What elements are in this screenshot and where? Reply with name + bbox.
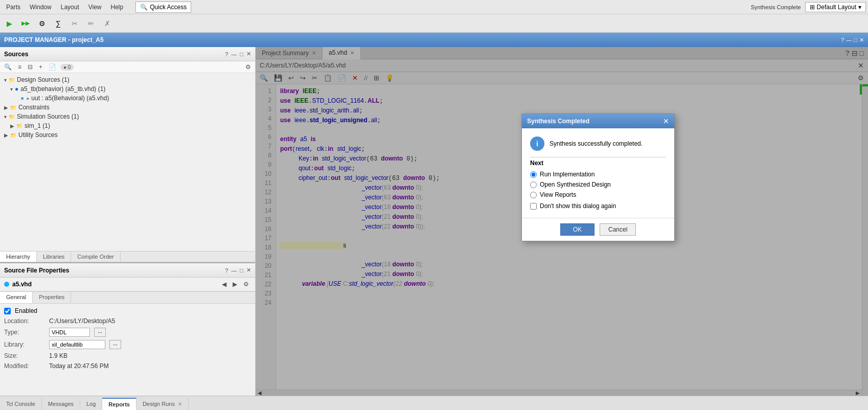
tcl-console-tab[interactable]: Tcl Console bbox=[0, 398, 42, 410]
dont-show-option[interactable]: Don't show this dialog again bbox=[530, 202, 666, 210]
menu-help[interactable]: Help bbox=[107, 3, 128, 12]
run-implementation-option[interactable]: Run Implementation bbox=[530, 171, 666, 178]
sim-sources-label: Simulation Sources (1) bbox=[17, 113, 79, 120]
sources-collapse-btn[interactable]: ⊟ bbox=[26, 62, 35, 72]
cut-button[interactable]: ✂ bbox=[67, 16, 82, 31]
simulation-sources-item[interactable]: ▾ 📁 Simulation Sources (1) bbox=[2, 112, 253, 121]
design-sources-folder-icon: 📁 bbox=[9, 77, 15, 83]
menu-parts[interactable]: Parts bbox=[2, 3, 25, 12]
sfp-library-input[interactable] bbox=[49, 340, 105, 349]
constraints-item[interactable]: ▶ 📁 Constraints bbox=[2, 103, 253, 112]
sources-file-btn[interactable]: 📄 bbox=[47, 62, 58, 72]
top-menu-bar: Parts Window Layout View Help 🔍 Quick Ac… bbox=[0, 0, 868, 14]
design-sources-item[interactable]: ▾ 📁 Design Sources (1) bbox=[2, 75, 253, 84]
compile-order-tab[interactable]: Compile Order bbox=[71, 252, 121, 262]
sfp-type-input[interactable] bbox=[49, 328, 90, 337]
a5tb-toggle[interactable]: ▾ bbox=[10, 86, 13, 92]
sources-title: Sources bbox=[4, 51, 28, 58]
a5tb-label: a5_tb(behavior) (a5_tb.vhd) (1) bbox=[20, 85, 105, 93]
dialog-cancel-button[interactable]: Cancel bbox=[600, 223, 636, 236]
menu-items: Parts Window Layout View Help bbox=[2, 3, 127, 12]
a5tb-icon: ● bbox=[15, 85, 18, 93]
dialog-footer: OK Cancel bbox=[522, 218, 674, 241]
run-all-button[interactable]: ▶▶ bbox=[18, 16, 33, 31]
a5tb-item[interactable]: ▾ ● a5_tb(behavior) (a5_tb.vhd) (1) bbox=[2, 84, 253, 94]
log-tab[interactable]: Log bbox=[80, 398, 102, 410]
open-synthesized-option[interactable]: Open Synthesized Design bbox=[530, 181, 666, 188]
sfp-help-btn[interactable]: ? bbox=[225, 267, 228, 274]
hierarchy-tab[interactable]: Hierarchy bbox=[0, 252, 37, 262]
utility-toggle[interactable]: ▶ bbox=[4, 132, 8, 138]
uut-dot-icon: ● bbox=[20, 95, 24, 102]
settings-button[interactable]: ⚙ bbox=[35, 16, 49, 31]
sources-maximize-btn[interactable]: □ bbox=[240, 51, 243, 57]
view-reports-radio[interactable] bbox=[530, 192, 537, 198]
sfp-close-btn[interactable]: ✕ bbox=[246, 267, 251, 274]
edit-button[interactable]: ✏ bbox=[84, 16, 98, 31]
sources-help-btn[interactable]: ? bbox=[225, 51, 228, 57]
view-reports-option[interactable]: View Reports bbox=[530, 191, 666, 198]
sim1-folder-icon: 📁 bbox=[16, 123, 22, 129]
sim-sources-toggle[interactable]: ▾ bbox=[4, 114, 7, 120]
sources-search-btn[interactable]: 🔍 bbox=[2, 62, 14, 72]
open-synth-radio[interactable] bbox=[530, 181, 537, 188]
design-runs-tab[interactable]: Design Runs ✕ bbox=[136, 398, 189, 410]
sources-badge: ● 0 bbox=[60, 64, 74, 71]
layout-label: Default Layout bbox=[817, 4, 856, 11]
design-sources-toggle[interactable]: ▾ bbox=[4, 77, 7, 83]
sfp-enabled-checkbox[interactable] bbox=[4, 308, 11, 314]
run-button[interactable]: ▶ bbox=[2, 16, 16, 31]
sum-button[interactable]: ∑ bbox=[51, 16, 65, 31]
run-impl-radio[interactable] bbox=[530, 171, 537, 178]
sfp-general-tab[interactable]: General bbox=[0, 292, 33, 303]
sim1-toggle[interactable]: ▶ bbox=[10, 123, 14, 129]
sources-minimize-btn[interactable]: — bbox=[231, 51, 237, 57]
sfp-modified-value: Today at 20:47:56 PM bbox=[49, 362, 109, 370]
sfp-maximize-btn[interactable]: □ bbox=[240, 267, 243, 274]
sfp-properties-tab[interactable]: Properties bbox=[33, 292, 71, 303]
design-runs-close-icon[interactable]: ✕ bbox=[178, 401, 182, 407]
sfp-file-row: a5.vhd ◀ ▶ ⚙ bbox=[0, 278, 255, 291]
sources-add-btn[interactable]: + bbox=[37, 62, 44, 72]
sources-close-btn[interactable]: ✕ bbox=[246, 51, 251, 57]
pm-maximize-btn[interactable]: □ bbox=[854, 37, 857, 43]
dialog-header: Synthesis Completed ✕ bbox=[522, 114, 674, 128]
pm-close-btn[interactable]: ✕ bbox=[859, 37, 864, 43]
sfp-enabled-row: Enabled bbox=[0, 306, 255, 316]
sim1-label: sim_1 (1) bbox=[25, 122, 50, 129]
uut-a5-item[interactable]: ● ● uut : a5(Behavioral) (a5.vhd) bbox=[2, 94, 253, 103]
dont-show-label: Don't show this dialog again bbox=[540, 202, 616, 210]
constraints-label: Constraints bbox=[18, 104, 50, 111]
sfp-prev-btn[interactable]: ◀ bbox=[220, 280, 229, 289]
sim-sources-folder-icon: 📁 bbox=[9, 114, 15, 120]
sfp-library-more-btn[interactable]: ··· bbox=[109, 340, 121, 349]
x-button[interactable]: ✗ bbox=[100, 16, 115, 31]
sfp-panel-header: Source File Properties ? — □ ✕ bbox=[0, 263, 255, 278]
pm-help-btn[interactable]: ? bbox=[841, 37, 844, 43]
sfp-minimize-btn[interactable]: — bbox=[231, 267, 237, 274]
quick-access-bar[interactable]: 🔍 Quick Access bbox=[135, 2, 191, 13]
sfp-location-row: Location: C:/Users/LY/Desktop/A5 bbox=[0, 316, 255, 326]
dialog-ok-button[interactable]: OK bbox=[560, 223, 595, 236]
sources-settings-btn[interactable]: ⚙ bbox=[243, 62, 253, 72]
menu-view[interactable]: View bbox=[84, 3, 106, 12]
layout-selector[interactable]: ⊞ Default Layout ▾ bbox=[805, 2, 866, 12]
menu-window[interactable]: Window bbox=[26, 3, 56, 12]
sfp-next-btn[interactable]: ▶ bbox=[231, 280, 239, 289]
pm-minimize-btn[interactable]: — bbox=[846, 37, 852, 43]
sfp-settings-btn[interactable]: ⚙ bbox=[241, 280, 251, 289]
sfp-title: Source File Properties bbox=[4, 267, 69, 274]
sim1-item[interactable]: ▶ 📁 sim_1 (1) bbox=[2, 121, 253, 130]
bottom-tab-bar: Tcl Console Messages Log Reports Design … bbox=[0, 396, 868, 410]
search-icon: 🔍 bbox=[140, 4, 148, 11]
messages-tab[interactable]: Messages bbox=[42, 398, 80, 410]
utility-sources-item[interactable]: ▶ 📁 Utility Sources bbox=[2, 130, 253, 140]
libraries-tab[interactable]: Libraries bbox=[37, 252, 71, 262]
dialog-close-btn[interactable]: ✕ bbox=[663, 117, 669, 125]
sfp-type-more-btn[interactable]: ··· bbox=[94, 328, 106, 337]
sources-filter-btn[interactable]: ≡ bbox=[16, 62, 24, 72]
constraints-toggle[interactable]: ▶ bbox=[4, 105, 8, 110]
reports-tab[interactable]: Reports bbox=[102, 398, 136, 410]
menu-layout[interactable]: Layout bbox=[57, 3, 83, 12]
dont-show-checkbox[interactable] bbox=[530, 203, 537, 210]
